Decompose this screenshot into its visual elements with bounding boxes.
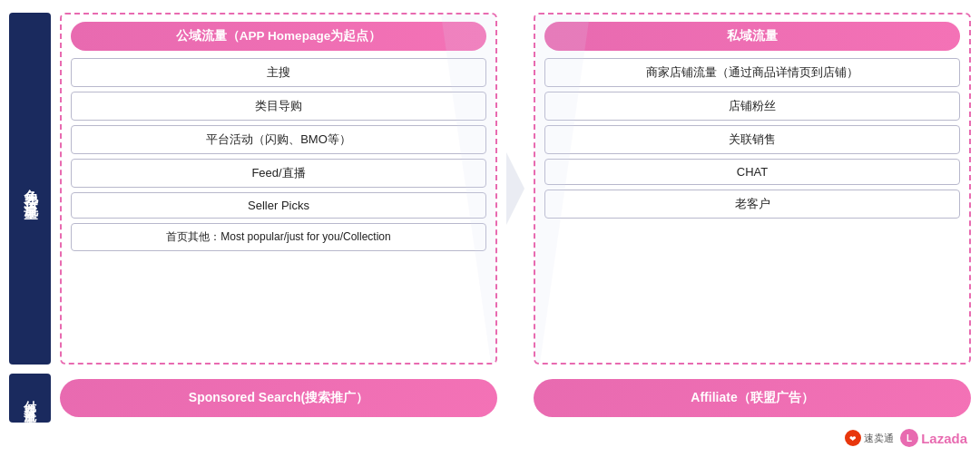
- paid-item-affiliate: Affiliate（联盟广告）: [534, 379, 971, 417]
- heart-icon: ❤: [845, 430, 861, 446]
- list-item: 老客户: [544, 190, 960, 219]
- list-item: 类目导购: [71, 92, 486, 121]
- svg-marker-0: [506, 152, 524, 225]
- lazada-logo: L Lazada: [899, 428, 967, 448]
- wxt-logo: ❤ 速卖通: [845, 430, 894, 446]
- free-traffic-label: 免费流量: [9, 13, 51, 365]
- list-item: 店铺粉丝: [544, 92, 960, 121]
- list-item: Seller Picks: [71, 192, 486, 219]
- lazada-icon: L: [899, 428, 919, 448]
- list-item: 首页其他：Most popular/just for you/Collectio…: [71, 223, 486, 251]
- list-item: Feed/直播: [71, 159, 486, 188]
- logo-area: ❤ 速卖通 L Lazada: [9, 428, 971, 448]
- list-item: 关联销售: [544, 125, 960, 154]
- paid-item-sponsored: Sponsored Search(搜索推广）: [60, 379, 497, 417]
- list-item: 平台活动（闪购、BMO等）: [71, 125, 486, 154]
- list-item: CHAT: [544, 159, 960, 185]
- list-item: 商家店铺流量（通过商品详情页到店铺）: [544, 58, 960, 87]
- list-item: 主搜: [71, 58, 486, 87]
- public-traffic-items: 主搜 类目导购 平台活动（闪购、BMO等） Feed/直播 Seller Pic…: [71, 58, 486, 251]
- paid-traffic-label: 付费流量: [9, 374, 51, 423]
- public-traffic-header: 公域流量（APP Homepage为起点）: [71, 22, 486, 51]
- svg-text:❤: ❤: [849, 434, 857, 443]
- svg-text:L: L: [906, 433, 912, 443]
- private-traffic-section: 私域流量 商家店铺流量（通过商品详情页到店铺） 店铺粉丝 关联销售 CHAT 老…: [534, 13, 971, 365]
- private-traffic-items: 商家店铺流量（通过商品详情页到店铺） 店铺粉丝 关联销售 CHAT 老客户: [544, 58, 960, 219]
- public-traffic-section: 公域流量（APP Homepage为起点） 主搜 类目导购 平台活动（闪购、BM…: [60, 13, 497, 365]
- private-traffic-header: 私域流量: [544, 22, 960, 51]
